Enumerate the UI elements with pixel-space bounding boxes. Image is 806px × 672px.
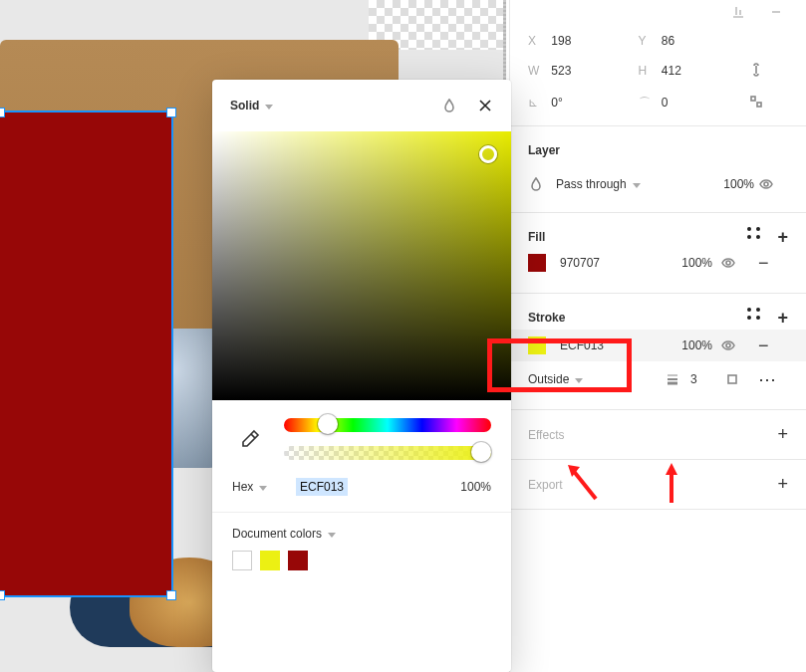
resize-handle-br[interactable] [166, 590, 176, 600]
stroke-weight-icon [665, 371, 680, 387]
color-model-select[interactable]: Hex [232, 480, 288, 494]
layer-visibility-icon[interactable] [758, 176, 774, 192]
stroke-visibility-icon[interactable] [720, 337, 736, 353]
y-label: Y [639, 34, 659, 48]
sv-handle[interactable] [479, 145, 497, 163]
resize-handle-tr[interactable] [166, 108, 176, 117]
fill-type-select[interactable]: Solid [230, 99, 273, 112]
blend-mode-select[interactable]: Pass through [556, 177, 700, 191]
fill-hex[interactable]: 970707 [560, 256, 655, 270]
resize-handle-tl[interactable] [0, 108, 5, 117]
blend-mode-icon[interactable] [528, 176, 544, 192]
export-section: Export [510, 460, 806, 510]
stroke-opacity[interactable]: 100% [663, 338, 712, 352]
svg-point-3 [726, 261, 730, 265]
independent-corners-icon[interactable] [748, 94, 764, 110]
hex-input[interactable]: ECF013 [296, 478, 348, 496]
x-label: X [528, 34, 548, 48]
export-heading: Export [528, 478, 563, 492]
doc-color-yellow[interactable] [260, 551, 280, 570]
document-colors-label: Document colors [232, 527, 322, 541]
properties-panel: X 198 Y 86 W 523 H 412 ⊾ 0° ⌒ 0 Layer Pa… [509, 0, 806, 672]
svg-rect-5 [728, 375, 736, 383]
x-value[interactable]: 198 [551, 34, 571, 48]
h-value[interactable]: 412 [662, 64, 681, 78]
layer-section: Layer Pass through 100% [510, 126, 806, 213]
selected-rectangle[interactable] [0, 112, 171, 595]
fill-section: Fill 970707 100% [510, 213, 806, 294]
align-more-icon[interactable] [768, 4, 784, 20]
remove-stroke-button[interactable] [758, 336, 788, 356]
blend-icon[interactable] [441, 98, 457, 113]
fill-type-value: Solid [230, 99, 259, 112]
constrain-proportions-icon[interactable] [748, 62, 764, 78]
h-label: H [639, 64, 659, 78]
w-label: W [528, 64, 548, 78]
blend-mode-value: Pass through [556, 177, 627, 191]
fill-styles-icon[interactable] [747, 227, 761, 241]
stroke-per-side-icon[interactable] [724, 371, 740, 387]
annotation-arrow-2 [662, 463, 681, 511]
resize-handle-bl[interactable] [0, 590, 5, 600]
w-value[interactable]: 523 [551, 64, 571, 78]
radius-value[interactable]: 0 [662, 96, 669, 110]
svg-point-4 [726, 343, 730, 347]
color-model-value: Hex [232, 480, 253, 494]
doc-color-white[interactable] [232, 551, 252, 570]
saturation-value-field[interactable] [212, 131, 511, 400]
effects-heading: Effects [528, 428, 564, 442]
remove-fill-button[interactable] [758, 253, 788, 274]
fill-visibility-icon[interactable] [720, 255, 736, 271]
align-bottom-icon[interactable] [730, 4, 746, 20]
stroke-heading: Stroke [528, 311, 565, 325]
fill-heading: Fill [528, 230, 545, 244]
effects-section: Effects [510, 410, 806, 460]
add-stroke-button[interactable] [777, 308, 788, 329]
y-value[interactable]: 86 [662, 34, 674, 48]
doc-color-red[interactable] [288, 551, 308, 570]
color-picker[interactable]: Solid Hex ECF013 100% Document colors [212, 80, 511, 672]
svg-point-2 [764, 182, 768, 186]
alpha-knob[interactable] [471, 442, 491, 462]
radius-icon: ⌒ [639, 95, 659, 112]
annotation-arrow-1 [566, 463, 600, 507]
fill-swatch[interactable] [528, 254, 546, 272]
stroke-styles-icon[interactable] [747, 308, 761, 322]
add-fill-button[interactable] [777, 227, 788, 248]
picker-opacity[interactable]: 100% [431, 480, 491, 494]
document-colors-select[interactable]: Document colors [232, 527, 336, 541]
rotation-value[interactable]: 0° [551, 96, 562, 110]
add-effect-button[interactable] [777, 424, 788, 445]
stroke-advanced-button[interactable] [758, 368, 788, 390]
layer-opacity[interactable]: 100% [704, 177, 754, 191]
annotation-highlight-stroke [487, 338, 632, 392]
svg-rect-1 [757, 103, 761, 107]
document-color-swatches [232, 551, 491, 570]
hue-slider[interactable] [284, 418, 491, 432]
alpha-slider[interactable] [284, 446, 491, 460]
layer-heading: Layer [528, 143, 560, 157]
align-toolbar [509, 0, 806, 24]
eyedropper-button[interactable] [232, 421, 268, 457]
close-icon[interactable] [477, 98, 493, 113]
hue-knob[interactable] [318, 414, 338, 434]
stroke-weight[interactable]: 3 [690, 372, 720, 386]
svg-rect-0 [751, 97, 755, 101]
add-export-button[interactable] [777, 474, 788, 495]
rotation-icon: ⊾ [528, 96, 548, 110]
fill-opacity[interactable]: 100% [663, 256, 712, 270]
